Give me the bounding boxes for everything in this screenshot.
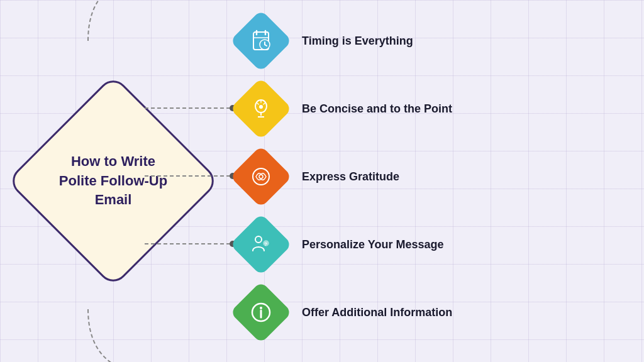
concise-icon-diamond bbox=[230, 78, 292, 140]
item-3-label: Express Gratitude bbox=[302, 170, 399, 184]
info-icon-diamond bbox=[230, 282, 292, 344]
list-item: ? Personalize Your Message bbox=[239, 222, 452, 266]
gratitude-icon-diamond bbox=[230, 146, 292, 208]
svg-line-13 bbox=[257, 102, 258, 104]
svg-text:?: ? bbox=[264, 241, 267, 247]
svg-point-16 bbox=[259, 105, 263, 109]
timing-icon-diamond bbox=[230, 10, 292, 72]
list-item: Timing is Everything bbox=[239, 19, 452, 63]
personalize-icon-diamond: ? bbox=[230, 214, 292, 276]
item-5-label: Offer Additional Information bbox=[302, 306, 452, 319]
svg-point-23 bbox=[255, 236, 262, 243]
list-item: Offer Additional Information bbox=[239, 290, 452, 334]
item-4-label: Personalize Your Message bbox=[302, 238, 443, 251]
item-2-label: Be Concise and to the Point bbox=[302, 102, 452, 116]
item-1-label: Timing is Everything bbox=[302, 35, 413, 48]
svg-point-19 bbox=[253, 168, 269, 185]
items-list: Timing is Everything bbox=[239, 19, 452, 341]
list-item: Express Gratitude bbox=[239, 155, 452, 199]
svg-point-20 bbox=[259, 175, 263, 178]
main-container: How to Write Polite Follow-Up Email bbox=[0, 0, 644, 362]
svg-point-29 bbox=[260, 307, 262, 309]
svg-line-14 bbox=[264, 102, 265, 104]
list-item: Be Concise and to the Point bbox=[239, 87, 452, 131]
